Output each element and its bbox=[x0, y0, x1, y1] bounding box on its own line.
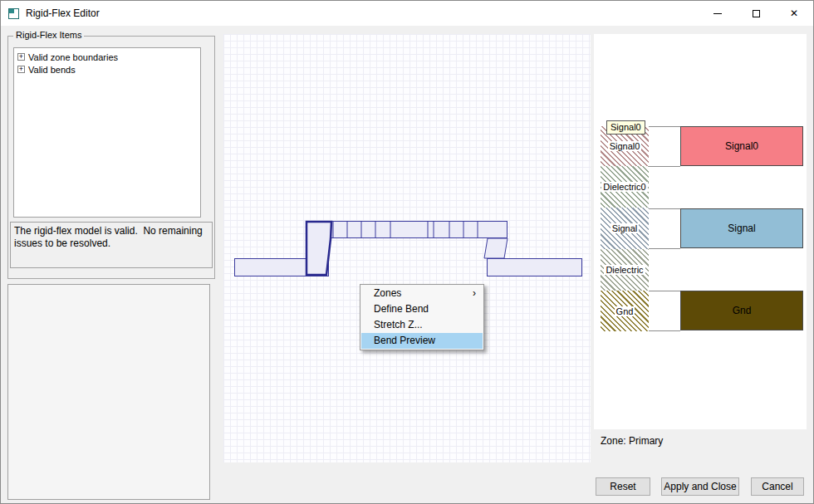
layer-box-signal0[interactable]: Signal0 bbox=[680, 126, 803, 166]
expand-icon[interactable]: + bbox=[17, 53, 25, 61]
tree-item-label: Valid zone boundaries bbox=[28, 52, 118, 62]
layer-name: Signal bbox=[610, 223, 640, 233]
layer-tooltip: Signal0 bbox=[606, 120, 645, 135]
minimize-icon bbox=[713, 13, 722, 14]
layer-box-label: Signal bbox=[728, 223, 755, 234]
right-rigid-section[interactable] bbox=[488, 259, 582, 276]
layer-name: Dielectric0 bbox=[601, 182, 647, 192]
minimize-button[interactable] bbox=[699, 1, 737, 26]
app-icon bbox=[8, 8, 19, 19]
apply-and-close-button[interactable]: Apply and Close bbox=[661, 477, 739, 496]
menu-item-zones[interactable]: Zones › bbox=[361, 286, 483, 301]
layer-box-label: Signal0 bbox=[725, 140, 758, 152]
close-icon: ✕ bbox=[790, 7, 798, 19]
menu-item-label: Bend Preview bbox=[374, 335, 435, 346]
maximize-button[interactable] bbox=[737, 1, 775, 26]
right-transition[interactable] bbox=[484, 238, 508, 258]
layer-name: Gnd bbox=[615, 306, 635, 316]
cross-section-canvas[interactable]: Zones › Define Bend Stretch Z... Bend Pr… bbox=[223, 34, 591, 462]
flex-band[interactable] bbox=[307, 222, 508, 238]
stackup-connector-line bbox=[649, 208, 680, 209]
menu-item-label: Define Bend bbox=[374, 303, 429, 315]
window-title: Rigid-Flex Editor bbox=[26, 7, 100, 19]
stackup-connector-line bbox=[649, 330, 680, 331]
group-title: Rigid-Flex Items bbox=[13, 30, 84, 40]
layer-name: Signal0 bbox=[608, 141, 642, 151]
stackup-connector-line bbox=[649, 248, 680, 249]
layer-name: Dielectric bbox=[604, 265, 645, 275]
menu-item-stretch-z[interactable]: Stretch Z... bbox=[361, 317, 483, 333]
expand-icon[interactable]: + bbox=[17, 66, 25, 73]
layer-box-gnd[interactable]: Gnd bbox=[680, 291, 803, 330]
menu-item-label: Stretch Z... bbox=[374, 319, 423, 330]
stackup-connector-line bbox=[649, 166, 680, 167]
window-controls: ✕ bbox=[699, 1, 813, 26]
validation-status-message: The rigid-flex model is valid. No remain… bbox=[10, 222, 213, 268]
menu-item-label: Zones bbox=[374, 287, 401, 299]
reset-button[interactable]: Reset bbox=[596, 477, 650, 496]
details-panel bbox=[7, 284, 210, 500]
selected-zone[interactable] bbox=[306, 222, 331, 275]
layer-box-label: Gnd bbox=[733, 305, 752, 316]
titlebar: Rigid-Flex Editor ✕ bbox=[1, 1, 813, 26]
layer-box-signal[interactable]: Signal bbox=[680, 208, 803, 248]
tree-item-label: Valid bends bbox=[28, 65, 76, 75]
stackup-layer-dielectric0[interactable]: Dielectric0 bbox=[601, 166, 649, 208]
rigid-flex-editor-window: Rigid-Flex Editor ✕ Rigid-Flex Items + V… bbox=[0, 0, 814, 504]
stackup-layer-dielectric[interactable]: Dielectric bbox=[601, 249, 649, 291]
tree-item-valid-bends[interactable]: + Valid bends bbox=[16, 63, 199, 76]
maximize-icon bbox=[753, 10, 760, 17]
context-menu: Zones › Define Bend Stretch Z... Bend Pr… bbox=[360, 284, 484, 350]
rigid-flex-items-tree[interactable]: + Valid zone boundaries + Valid bends bbox=[13, 47, 201, 218]
stackup-connector-line bbox=[649, 291, 680, 291]
menu-item-define-bend[interactable]: Define Bend bbox=[361, 301, 483, 317]
close-button[interactable]: ✕ bbox=[775, 1, 813, 26]
tree-item-valid-zone-boundaries[interactable]: + Valid zone boundaries bbox=[16, 51, 199, 63]
cancel-button[interactable]: Cancel bbox=[751, 477, 804, 496]
rigid-flex-items-group: Rigid-Flex Items + Valid zone boundaries… bbox=[7, 36, 215, 279]
menu-item-bend-preview[interactable]: Bend Preview bbox=[361, 333, 483, 349]
stackup-layer-gnd[interactable]: Gnd bbox=[601, 291, 649, 331]
stackup-layer-signal[interactable]: Signal bbox=[601, 208, 649, 249]
stackup-connector-line bbox=[649, 126, 680, 127]
cross-section-drawing bbox=[223, 34, 591, 462]
zone-label: Zone: Primary bbox=[601, 435, 663, 447]
submenu-arrow-icon: › bbox=[473, 286, 476, 301]
